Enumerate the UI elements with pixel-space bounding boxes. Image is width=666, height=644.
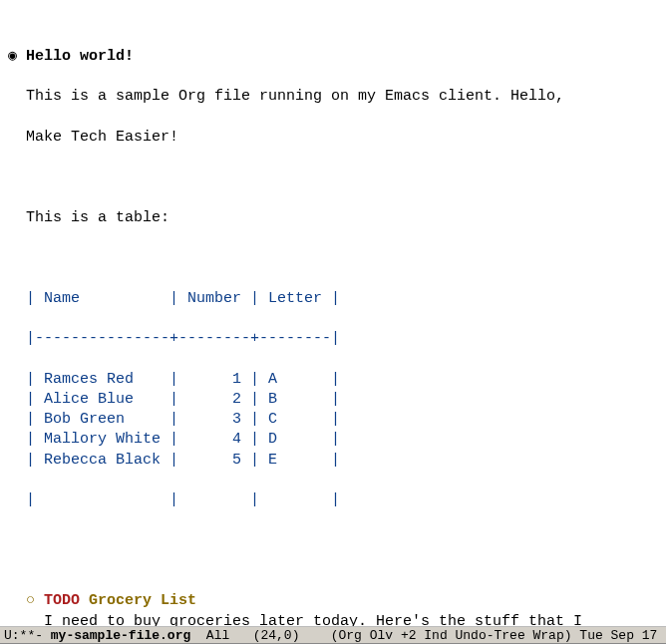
modeline-status: U:**-: [4, 627, 51, 643]
table-row: | Ramces Red | 1 | A |: [8, 370, 658, 390]
heading-1[interactable]: ◉ Hello world!: [8, 47, 658, 67]
mode-line[interactable]: U:**- my-sample-file.org All (24,0) (Org…: [0, 626, 666, 644]
paragraph-line: This is a sample Org file running on my …: [8, 87, 658, 107]
heading-2[interactable]: ○ TODO Grocery List: [8, 591, 658, 611]
table-header: | Name | Number | Letter |: [8, 289, 658, 309]
table-row: | Alice Blue | 2 | B |: [8, 390, 658, 410]
table-divider: |---------------+--------+--------|: [8, 329, 658, 349]
modeline-position: All (24,0): [190, 627, 330, 643]
h1-bullet-icon: ◉: [8, 48, 17, 65]
h1-title: Hello world!: [26, 48, 134, 65]
h2-title: Grocery List: [89, 592, 196, 609]
todo-keyword: TODO: [44, 592, 80, 609]
table-row: | Rebecca Black | 5 | E |: [8, 451, 658, 471]
h2-bullet-icon: ○: [26, 592, 35, 609]
modeline-filename: my-sample-file.org: [51, 627, 190, 643]
emacs-buffer[interactable]: ◉ Hello world! This is a sample Org file…: [0, 0, 666, 644]
paragraph-line: This is a table:: [8, 208, 658, 228]
paragraph-line: Make Tech Easier!: [8, 128, 658, 148]
table-row: | Mallory White | 4 | D |: [8, 430, 658, 450]
table-row: | Bob Green | 3 | C |: [8, 410, 658, 430]
table-empty-row: | | | |: [8, 490, 658, 510]
modeline-modes: (Org Olv +2 Ind Undo-Tree Wrap) Tue Sep …: [331, 627, 666, 643]
